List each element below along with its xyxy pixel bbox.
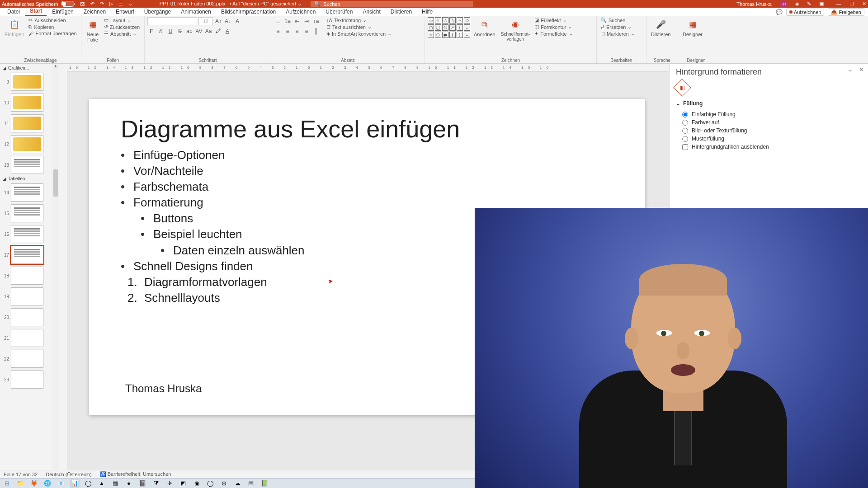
thumb-17[interactable] bbox=[11, 246, 43, 264]
tab-hilfe[interactable]: Hilfe bbox=[417, 8, 437, 16]
replace-button[interactable]: ⇄ Ersetzen ⌄ bbox=[599, 24, 636, 30]
cut-button[interactable]: ✂ Ausschneiden bbox=[28, 17, 77, 23]
strike-button[interactable]: S̶ bbox=[176, 27, 184, 35]
thumb-9[interactable] bbox=[11, 73, 43, 91]
task-powerpoint[interactable]: 📊 bbox=[70, 479, 80, 488]
bold-button[interactable]: F bbox=[147, 27, 156, 35]
thumb-12[interactable] bbox=[11, 135, 43, 153]
tab-ansicht[interactable]: Ansicht bbox=[358, 8, 385, 16]
pane-options-icon[interactable]: ⌄ bbox=[848, 66, 853, 73]
toggle-off-icon[interactable] bbox=[61, 1, 75, 7]
numbering-button[interactable]: 1≡ bbox=[283, 17, 292, 25]
task-app5[interactable]: ◯ bbox=[205, 479, 215, 488]
thumb-13[interactable] bbox=[11, 156, 43, 174]
copy-button[interactable]: ⧉ Kopieren bbox=[28, 24, 77, 30]
task-vlc[interactable]: ▲ bbox=[97, 479, 107, 488]
tab-einfuegen[interactable]: Einfügen bbox=[47, 8, 78, 16]
align-left-button[interactable]: ≡ bbox=[274, 27, 282, 35]
touch-icon[interactable]: ☰ bbox=[118, 1, 123, 7]
new-slide-button[interactable]: ▦Neue Folie bbox=[84, 17, 101, 43]
task-app6[interactable]: ⊜ bbox=[219, 479, 229, 488]
section-header-tabellen[interactable]: ◢ Tabellen bbox=[0, 175, 59, 182]
task-excel[interactable]: 📗 bbox=[259, 479, 269, 488]
font-size-input[interactable] bbox=[198, 17, 213, 25]
thumb-19[interactable] bbox=[11, 287, 43, 305]
account-name[interactable]: Thomas Hruska bbox=[736, 1, 772, 7]
draw-icon[interactable]: ✎ bbox=[807, 1, 811, 7]
close-icon[interactable]: ✕ bbox=[862, 1, 866, 7]
bullet-1[interactable]: Einfüge-Optionen bbox=[121, 147, 613, 163]
task-firefox[interactable]: 🦊 bbox=[29, 479, 39, 488]
record-button[interactable]: Aufzeichnen bbox=[786, 9, 825, 16]
dictate-button[interactable]: 🎤Diktieren bbox=[649, 17, 672, 38]
bullet-3[interactable]: Farbschemata bbox=[121, 179, 613, 195]
task-telegram[interactable]: ✈ bbox=[165, 479, 175, 488]
shadow-button[interactable]: ab bbox=[185, 27, 193, 35]
align-right-button[interactable]: ≡ bbox=[293, 27, 301, 35]
redo-icon[interactable]: ↷ bbox=[100, 1, 104, 7]
task-obs[interactable]: ◉ bbox=[192, 479, 202, 488]
task-app1[interactable]: ◯ bbox=[83, 479, 93, 488]
shape-fill-button[interactable]: ◪ Fülleffekt ⌄ bbox=[533, 17, 574, 23]
spacing-button[interactable]: AV bbox=[195, 27, 203, 35]
save-location[interactable]: • Auf "diesem PC" gespeichert ⌄ bbox=[230, 1, 302, 6]
status-slide-number[interactable]: Folie 17 von 32 bbox=[4, 472, 38, 477]
search-box[interactable]: 🔍 Suchen bbox=[311, 1, 473, 7]
task-app7[interactable]: ☁ bbox=[232, 479, 242, 488]
from-start-icon[interactable]: ▷ bbox=[109, 1, 113, 7]
scroll-handle[interactable] bbox=[53, 169, 58, 197]
task-app4[interactable]: ◩ bbox=[178, 479, 188, 488]
task-chrome[interactable]: 🌐 bbox=[42, 479, 52, 488]
radio-solid-fill[interactable]: Einfarbige Füllung bbox=[676, 110, 862, 118]
radio-gradient-fill[interactable]: Farbverlauf bbox=[676, 118, 862, 127]
undo-icon[interactable]: ↶ bbox=[90, 1, 94, 7]
indent-dec-button[interactable]: ⇤ bbox=[293, 17, 301, 25]
thumb-20[interactable] bbox=[11, 308, 43, 326]
thumbs-scrollbar[interactable]: ▲ ▼ bbox=[52, 64, 59, 475]
case-button[interactable]: Aa bbox=[204, 27, 212, 35]
smartart-button[interactable]: ◈ In SmartArt konvertieren ⌄ bbox=[326, 31, 392, 37]
thumb-14[interactable] bbox=[11, 183, 43, 202]
tab-animationen[interactable]: Animationen bbox=[176, 8, 216, 16]
coming-soon-icon[interactable]: ◈ bbox=[795, 1, 799, 7]
highlight-button[interactable]: 🖍 bbox=[214, 27, 222, 35]
task-outlook[interactable]: 📧 bbox=[56, 479, 66, 488]
save-icon[interactable]: 🖫 bbox=[80, 1, 85, 7]
align-text-button[interactable]: ⊟ Text ausrichten ⌄ bbox=[326, 24, 392, 30]
start-button[interactable]: ⊞ bbox=[2, 479, 12, 488]
check-hide-bg[interactable]: Hintergrundgrafiken ausblenden bbox=[676, 143, 862, 151]
shape-outline-button[interactable]: ◫ Formkontur ⌄ bbox=[533, 24, 574, 30]
avatar[interactable]: TH bbox=[780, 0, 787, 8]
bullet-2[interactable]: Vor/Nachteile bbox=[121, 163, 613, 179]
task-vscode[interactable]: ⧩ bbox=[151, 479, 161, 488]
radio-picture-fill[interactable]: Bild- oder Texturfüllung bbox=[676, 127, 862, 135]
scroll-up-icon[interactable]: ▲ bbox=[52, 64, 59, 70]
task-app3[interactable]: ● bbox=[124, 479, 134, 488]
reset-button[interactable]: ↺ Zurücksetzen bbox=[103, 24, 141, 30]
autosave-toggle[interactable]: Automatisches Speichern bbox=[2, 1, 75, 7]
thumb-10[interactable] bbox=[11, 94, 43, 112]
thumb-15[interactable] bbox=[11, 204, 43, 222]
customize-icon[interactable]: ⌄ bbox=[128, 1, 132, 7]
clear-format-icon[interactable]: A̶ bbox=[233, 17, 241, 25]
tab-uebergaenge[interactable]: Übergänge bbox=[140, 8, 175, 16]
pane-close-icon[interactable]: ✕ bbox=[859, 66, 863, 73]
section-fill[interactable]: ⌄ Füllung bbox=[676, 100, 862, 107]
task-onenote[interactable]: 📓 bbox=[137, 479, 147, 488]
shrink-font-icon[interactable]: A↓ bbox=[224, 17, 232, 25]
quick-styles-button[interactable]: ◉Schnellformat- vorlagen bbox=[499, 17, 532, 42]
share-button[interactable]: 📤Freigeben bbox=[828, 8, 864, 16]
select-button[interactable]: ⬚ Markieren ⌄ bbox=[599, 31, 636, 37]
bullets-button[interactable]: ≣ bbox=[274, 17, 282, 25]
text-direction-button[interactable]: ↕A Textrichtung ⌄ bbox=[326, 17, 392, 23]
tab-diktieren[interactable]: Diktieren bbox=[386, 8, 416, 16]
format-painter-button[interactable]: 🖌 Format übertragen bbox=[28, 31, 77, 36]
underline-button[interactable]: U bbox=[166, 27, 175, 35]
justify-button[interactable]: ≡ bbox=[302, 27, 311, 35]
comments-icon[interactable]: 💬 bbox=[776, 9, 783, 15]
tab-aufzeichnen[interactable]: Aufzeichnen bbox=[281, 8, 320, 16]
font-color-button[interactable]: A bbox=[223, 27, 231, 35]
paste-button[interactable]: 📋Einfügen bbox=[3, 17, 26, 38]
section-header-grafiken[interactable]: ◢ Grafiken... bbox=[0, 65, 59, 71]
tab-entwurf[interactable]: Entwurf bbox=[111, 8, 139, 16]
